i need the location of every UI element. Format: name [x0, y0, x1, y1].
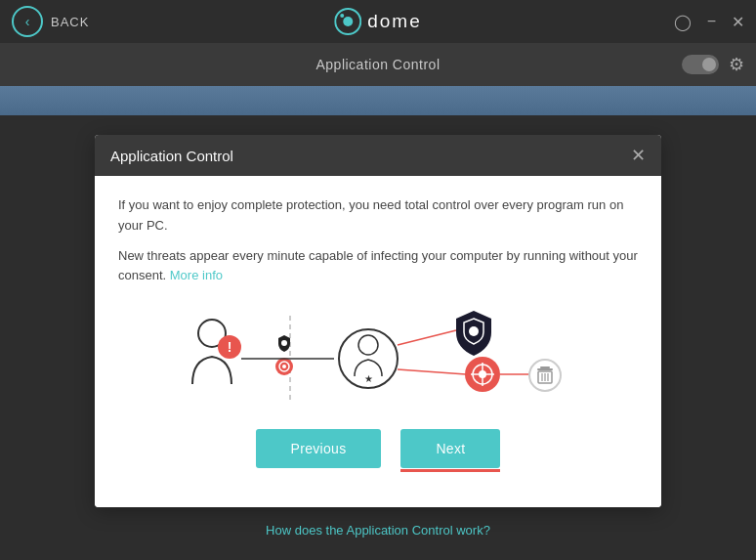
svg-text:★: ★: [364, 373, 373, 384]
next-button[interactable]: Next: [400, 429, 500, 468]
main-content: Application Control ✕ If you want to enj…: [0, 115, 756, 557]
svg-point-10: [282, 365, 286, 368]
modal-buttons: Previous Next: [118, 413, 638, 488]
svg-line-15: [398, 330, 456, 345]
svg-point-13: [358, 335, 378, 355]
modal-paragraph-2: New threats appear every minute capable …: [118, 246, 638, 287]
how-it-works-link[interactable]: How does the Application Control work?: [266, 523, 490, 538]
svg-point-7: [281, 340, 287, 346]
gear-icon[interactable]: ⚙: [729, 54, 744, 75]
previous-button[interactable]: Previous: [256, 429, 382, 468]
logo-icon: [334, 8, 361, 35]
sub-header-title: Application Control: [315, 57, 440, 72]
modal-header: Application Control ✕: [95, 135, 661, 176]
modal-title: Application Control: [110, 148, 233, 164]
back-label: BACK: [51, 15, 89, 29]
title-bar: ‹ BACK dome ◯ − ✕: [0, 0, 756, 43]
user-icon[interactable]: ◯: [674, 13, 692, 31]
modal-dialog: Application Control ✕ If you want to enj…: [95, 135, 661, 507]
sub-header-controls: ⚙: [682, 54, 744, 75]
window-controls: ◯ − ✕: [674, 13, 744, 31]
background-area: [0, 86, 756, 115]
svg-rect-26: [540, 366, 550, 368]
app-logo: dome: [334, 8, 422, 35]
modal-body: If you want to enjoy complete protection…: [95, 176, 661, 507]
back-button[interactable]: ‹: [12, 6, 43, 37]
svg-point-1: [343, 17, 353, 26]
diagram-area: !: [118, 296, 638, 413]
svg-point-18: [469, 326, 479, 336]
window-close-button[interactable]: ✕: [732, 13, 744, 31]
modal-close-button[interactable]: ✕: [631, 147, 646, 164]
svg-line-16: [398, 369, 466, 374]
svg-point-2: [340, 14, 344, 18]
minimize-button[interactable]: −: [707, 13, 716, 30]
svg-text:!: !: [228, 339, 232, 355]
toggle-switch[interactable]: [682, 55, 719, 74]
logo-text: dome: [367, 11, 422, 32]
more-info-link[interactable]: More info: [170, 268, 223, 282]
svg-rect-25: [537, 368, 553, 370]
modal-paragraph-1: If you want to enjoy complete protection…: [118, 195, 638, 237]
diagram-svg: !: [163, 306, 593, 413]
sub-header: Application Control ⚙: [0, 43, 756, 86]
